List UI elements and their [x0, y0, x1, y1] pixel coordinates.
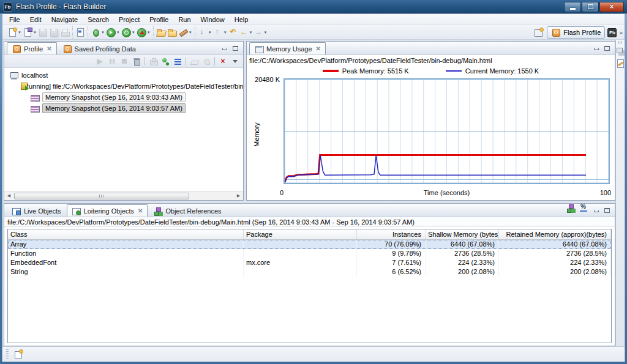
- show-percentages-toggle[interactable]: [578, 202, 589, 214]
- table-row[interactable]: Array70 (76.09%)6440 (67.08%)6440 (67.08…: [8, 240, 611, 249]
- debug-button[interactable]: ▼: [90, 26, 105, 39]
- minimize-view-button[interactable]: [591, 206, 601, 214]
- take-memory-snapshot-button[interactable]: [148, 55, 159, 67]
- flash-perspective-button[interactable]: Fb: [607, 28, 617, 37]
- perspective-overflow-chevron[interactable]: »: [619, 29, 622, 36]
- horizontal-scrollbar[interactable]: ◀ ▶: [4, 191, 243, 200]
- open-perspective-button[interactable]: [533, 26, 544, 39]
- dropdown-arrow-icon[interactable]: ▼: [18, 31, 21, 34]
- suspend-button[interactable]: [107, 55, 118, 67]
- tab-memory-usage[interactable]: Memory Usage ✕: [249, 42, 326, 54]
- open-resource-button[interactable]: [167, 26, 178, 39]
- back-button[interactable]: ▼: [239, 26, 253, 39]
- save-all-button[interactable]: [48, 26, 59, 39]
- dropdown-arrow-icon[interactable]: ▼: [208, 31, 212, 34]
- maximize-view-button[interactable]: [603, 206, 612, 214]
- new-file-button[interactable]: ▼: [7, 26, 22, 39]
- profile-tab-icon: [12, 44, 21, 54]
- next-annotation-button[interactable]: ▼: [197, 26, 212, 39]
- dropdown-arrow-icon[interactable]: ▼: [189, 31, 192, 34]
- delete-button[interactable]: [217, 55, 228, 67]
- scroll-right-icon[interactable]: ▶: [234, 193, 243, 198]
- minimize-view-button[interactable]: [591, 44, 601, 52]
- column-header-class[interactable]: Class: [8, 229, 244, 239]
- fast-view-button[interactable]: [13, 349, 23, 359]
- tab-profile[interactable]: Profile ✕: [7, 42, 57, 54]
- new-file-icon: [7, 28, 17, 37]
- run-button[interactable]: ▼: [105, 26, 121, 39]
- close-tab-icon[interactable]: ✕: [138, 207, 143, 214]
- dropdown-arrow-icon[interactable]: ▼: [264, 31, 268, 34]
- resume-button[interactable]: [94, 55, 105, 67]
- dropdown-arrow-icon[interactable]: ▼: [223, 31, 227, 34]
- memory-usage-tabbar: Memory Usage ✕: [247, 42, 615, 55]
- tree-item[interactable]: Memory Snapshot (Sep 16, 2014 9:03:57 AM…: [7, 103, 243, 114]
- object-references-graph-button[interactable]: [565, 202, 576, 214]
- tab-loitering-objects[interactable]: Loitering Objects ✕: [67, 204, 148, 217]
- export-release-build-button[interactable]: ▼: [136, 26, 151, 39]
- close-tab-icon[interactable]: ✕: [47, 45, 51, 52]
- menu-project[interactable]: Project: [115, 15, 144, 24]
- menu-navigate[interactable]: Navigate: [47, 15, 82, 24]
- tree-item[interactable]: [Running] file:/C:/Workspaces/DevPlatfor…: [7, 81, 243, 92]
- menu-search[interactable]: Search: [83, 15, 113, 24]
- build-report-button[interactable]: [75, 26, 86, 39]
- dropdown-arrow-icon[interactable]: ▼: [116, 31, 120, 34]
- menu-window[interactable]: Window: [197, 15, 229, 24]
- column-header-instances[interactable]: Instances: [357, 229, 426, 239]
- minimized-views-icon[interactable]: [615, 46, 625, 56]
- column-header-shallow[interactable]: Shallow Memory (bytes): [426, 229, 499, 239]
- menu-profile[interactable]: Profile: [145, 15, 173, 24]
- scrollbar-thumb[interactable]: [14, 193, 189, 199]
- maximize-view-button[interactable]: [603, 44, 612, 52]
- dropdown-arrow-icon[interactable]: ▼: [101, 31, 105, 34]
- close-tab-icon[interactable]: ✕: [316, 45, 321, 52]
- tab-live-objects[interactable]: Live Objects: [7, 204, 66, 217]
- close-window-button[interactable]: ×: [599, 2, 624, 12]
- dropdown-arrow-icon[interactable]: ▼: [249, 31, 253, 34]
- menu-file[interactable]: File: [5, 15, 24, 24]
- menu-edit[interactable]: Edit: [26, 15, 46, 24]
- table-row[interactable]: EmbeddedFontmx.core7 (7.61%)224 (2.33%)2…: [8, 258, 611, 267]
- dropdown-arrow-icon[interactable]: ▼: [147, 31, 151, 34]
- terminate-button[interactable]: [119, 55, 130, 67]
- live-objects-tab-label: Live Objects: [24, 207, 61, 215]
- dropdown-arrow-icon[interactable]: ▼: [33, 31, 37, 34]
- flash-profile-perspective-button[interactable]: Flash Profile: [547, 26, 605, 39]
- fast-view-grip[interactable]: [618, 41, 623, 44]
- tab-saved-profiling-data[interactable]: Saved Profiling Data: [58, 42, 141, 54]
- maximize-window-button[interactable]: [582, 2, 599, 12]
- capture-profiling-data-button[interactable]: [201, 55, 212, 67]
- table-row[interactable]: String6 (6.52%)200 (2.08%)200 (2.08%): [8, 267, 611, 277]
- column-header-retained[interactable]: Retained Memory (approx)(bytes): [499, 229, 611, 239]
- new-project-button[interactable]: ▼: [22, 26, 37, 39]
- forward-button[interactable]: ▼: [253, 26, 268, 39]
- minimize-view-button[interactable]: [220, 44, 229, 52]
- save-button[interactable]: [37, 26, 48, 39]
- profile-button[interactable]: ▼: [121, 26, 136, 39]
- minimize-window-button[interactable]: [564, 2, 581, 12]
- view-menu-button[interactable]: [230, 55, 241, 67]
- menu-help[interactable]: Help: [230, 15, 253, 24]
- table-row[interactable]: Function9 (9.78%)2736 (28.5%)2736 (28.5%…: [8, 249, 611, 258]
- column-header-package[interactable]: Package: [244, 229, 357, 239]
- minimized-editor-icon[interactable]: [615, 59, 625, 69]
- reset-performance-data-button[interactable]: [189, 55, 200, 67]
- save-all-icon: [49, 28, 59, 37]
- menu-run[interactable]: Run: [174, 15, 195, 24]
- previous-annotation-button[interactable]: ▼: [212, 26, 228, 39]
- open-file-button[interactable]: [156, 26, 167, 39]
- run-garbage-collector-button[interactable]: [131, 55, 142, 67]
- title-bar[interactable]: Fb Flash Profile - Flash Builder ×: [0, 0, 627, 13]
- dropdown-arrow-icon[interactable]: ▼: [132, 31, 135, 34]
- scroll-left-icon[interactable]: ◀: [4, 193, 13, 198]
- tree-item[interactable]: Memory Snapshot (Sep 16, 2014 9:03:43 AM…: [7, 92, 243, 103]
- maximize-view-button[interactable]: [231, 44, 240, 52]
- last-edit-location-button[interactable]: [228, 26, 239, 39]
- tab-object-references[interactable]: Object References: [148, 204, 226, 217]
- take-performance-profile-button[interactable]: [172, 55, 183, 67]
- search-button[interactable]: ▼: [178, 26, 193, 39]
- find-loitering-objects-button[interactable]: [160, 55, 171, 67]
- tree-item[interactable]: localhost: [7, 70, 243, 81]
- print-button[interactable]: [59, 26, 70, 39]
